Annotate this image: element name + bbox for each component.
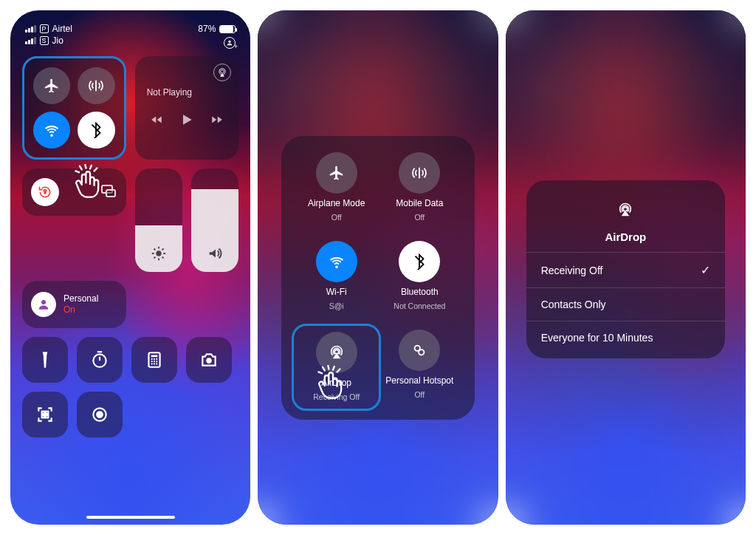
svg-point-16	[151, 363, 153, 364]
calculator-button[interactable]	[131, 337, 177, 383]
svg-point-0	[229, 41, 231, 43]
connectivity-tile[interactable]	[22, 56, 126, 160]
airplane-mode-button[interactable]	[33, 67, 70, 104]
focus-tile[interactable]: Personal On	[22, 281, 126, 328]
svg-point-12	[156, 358, 157, 360]
flashlight-button[interactable]	[22, 337, 68, 383]
svg-point-14	[154, 361, 155, 362]
camera-button[interactable]	[186, 337, 232, 383]
svg-rect-22	[46, 412, 48, 414]
screen-mirror-button[interactable]	[100, 182, 117, 202]
bluetooth-label: Bluetooth	[401, 287, 439, 297]
rotation-mirror-tile	[22, 168, 126, 216]
svg-point-10	[151, 358, 153, 360]
svg-point-26	[97, 412, 103, 418]
airdrop-option-contacts[interactable]: Contacts Only	[526, 287, 725, 321]
status-bar: P Airtel S Jio 87%	[10, 18, 250, 49]
airplane-label: Airplane Mode	[308, 198, 365, 208]
screen-record-button[interactable]	[77, 392, 123, 437]
airdrop-sub: Receiving Off	[313, 392, 360, 401]
screenshot-airdrop-menu: AirDrop Receiving Off ✓ Contacts Only Ev…	[506, 10, 746, 525]
svg-point-15	[156, 361, 157, 362]
airdrop-panel: AirDrop Receiving Off ✓ Contacts Only Ev…	[526, 180, 725, 358]
rotation-lock-button[interactable]	[31, 178, 59, 206]
bluetooth-sub: Not Connected	[394, 301, 445, 310]
brightness-slider[interactable]	[135, 168, 182, 272]
wifi-sub: S@i	[329, 301, 344, 310]
profile-switch-icon[interactable]	[224, 37, 236, 49]
wifi-button[interactable]	[316, 241, 357, 282]
svg-point-2	[221, 70, 224, 74]
hotspot-label: Personal Hotspot	[385, 375, 453, 386]
svg-point-7	[41, 300, 46, 304]
hotspot-sub: Off	[414, 390, 425, 399]
airdrop-icon	[609, 194, 642, 226]
svg-point-6	[156, 251, 161, 256]
svg-rect-24	[46, 415, 48, 418]
svg-point-13	[151, 361, 153, 362]
volume-slider[interactable]	[191, 168, 238, 272]
wifi-label: Wi-Fi	[326, 287, 347, 297]
screenshot-connectivity-expanded: Airplane Mode Off Mobile Data Off Wi-Fi …	[258, 10, 498, 525]
sim-indicator-2: S	[40, 36, 49, 45]
svg-point-18	[156, 363, 157, 364]
cellular-sub: Off	[414, 213, 425, 222]
svg-rect-23	[42, 415, 44, 418]
signal-bars-2	[25, 37, 36, 44]
svg-rect-21	[42, 412, 44, 414]
forward-icon[interactable]	[210, 113, 224, 129]
svg-rect-5	[106, 190, 115, 197]
airplay-icon[interactable]	[213, 64, 231, 81]
cellular-data-button[interactable]	[399, 152, 440, 194]
svg-point-11	[154, 358, 155, 360]
airdrop-title: AirDrop	[605, 231, 646, 243]
svg-point-29	[419, 350, 424, 355]
svg-point-20	[206, 358, 212, 364]
airdrop-option-everyone[interactable]: Everyone for 10 Minutes	[526, 321, 725, 354]
media-status: Not Playing	[142, 86, 232, 98]
carrier-2: Jio	[52, 35, 63, 46]
bluetooth-button[interactable]	[399, 241, 440, 282]
svg-rect-19	[151, 355, 158, 358]
battery-icon	[219, 25, 236, 33]
check-icon: ✓	[701, 263, 710, 277]
cellular-label: Mobile Data	[396, 198, 443, 208]
media-tile[interactable]: Not Playing	[135, 56, 239, 160]
connectivity-panel: Airplane Mode Off Mobile Data Off Wi-Fi …	[281, 136, 474, 420]
airplane-mode-button[interactable]	[316, 152, 357, 194]
bluetooth-button[interactable]	[78, 112, 114, 149]
airdrop-label: AirDrop	[321, 378, 351, 388]
airplane-sub: Off	[331, 213, 342, 222]
rewind-icon[interactable]	[150, 113, 163, 129]
screenshot-control-center: P Airtel S Jio 87%	[10, 10, 250, 525]
focus-icon	[31, 292, 56, 317]
carrier-1: Airtel	[52, 24, 72, 34]
signal-bars-1	[25, 25, 36, 33]
sim-indicator-1: P	[40, 24, 49, 33]
hotspot-button[interactable]	[399, 330, 440, 371]
play-icon[interactable]	[179, 112, 194, 130]
airdrop-button[interactable]	[316, 332, 357, 373]
airdrop-option-off[interactable]: Receiving Off ✓	[526, 252, 725, 287]
cellular-data-button[interactable]	[78, 67, 114, 104]
timer-button[interactable]	[77, 337, 123, 383]
qr-scan-button[interactable]	[22, 392, 68, 437]
focus-state: On	[63, 304, 98, 316]
focus-label: Personal	[63, 293, 98, 304]
svg-point-17	[154, 363, 155, 364]
wifi-button[interactable]	[33, 112, 70, 149]
battery-percentage: 87%	[198, 24, 216, 34]
